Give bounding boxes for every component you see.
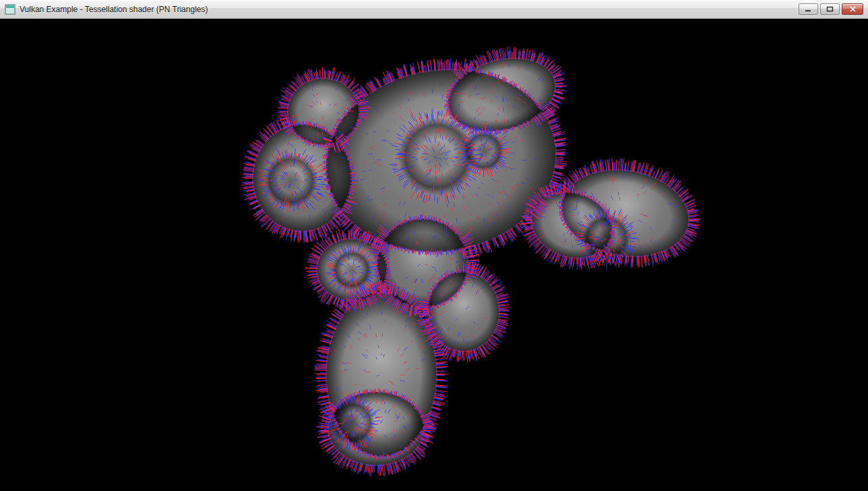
close-button[interactable] xyxy=(842,3,863,15)
maximize-icon xyxy=(826,4,834,14)
render-area xyxy=(0,19,868,491)
titlebar[interactable]: Vulkan Example - Tessellation shader (PN… xyxy=(0,0,868,19)
maximize-button[interactable] xyxy=(820,3,840,15)
window-title: Vulkan Example - Tessellation shader (PN… xyxy=(20,5,208,14)
minimize-icon xyxy=(805,4,812,14)
app-icon xyxy=(5,4,16,15)
window-controls xyxy=(799,3,863,15)
close-icon xyxy=(849,4,857,14)
render-viewport[interactable] xyxy=(0,19,868,491)
app-window: Vulkan Example - Tessellation shader (PN… xyxy=(0,0,868,491)
minimize-button[interactable] xyxy=(799,3,818,15)
